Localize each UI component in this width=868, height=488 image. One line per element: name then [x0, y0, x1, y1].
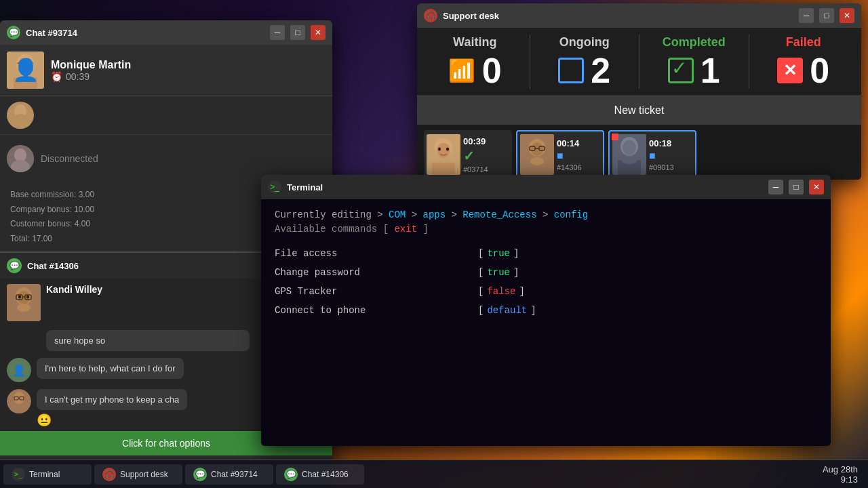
- terminal-path-line: Currently editing > COM > apps > Remote_…: [275, 209, 817, 220]
- stat-waiting-label: Waiting: [453, 35, 496, 49]
- taskbar-chat-14306-icon: 💬: [284, 468, 298, 481]
- chat-93714-maximize-button[interactable]: □: [290, 25, 305, 40]
- completed-icon: [668, 58, 694, 83]
- stat-divider-2: [639, 35, 639, 89]
- ticket-03714-time: 00:39: [463, 136, 488, 146]
- stat-completed-inner: 1: [668, 53, 720, 88]
- support-stats-row: Waiting 📶 0 Ongoing 2 Completed: [417, 28, 861, 96]
- msg-phone-container: I can't get my phone to keep a cha 😐: [37, 389, 187, 428]
- msg-sure: sure hope so: [46, 330, 250, 351]
- terminal-config-seg: config: [554, 209, 588, 220]
- tickets-section: 00:39 ✓ #03714: [417, 125, 861, 180]
- terminal-close-button[interactable]: ✕: [809, 180, 824, 195]
- terminal-key-connect-phone: Connect to phone: [275, 305, 478, 316]
- ticket-14306-status: ■: [557, 150, 582, 162]
- stat-ongoing-label: Ongoing: [559, 35, 610, 49]
- msg-emoji: 😐: [37, 413, 187, 428]
- ticket-03714[interactable]: 00:39 ✓ #03714: [424, 130, 512, 179]
- stat-waiting-inner: 📶 0: [448, 53, 502, 88]
- taskbar-chat-14306[interactable]: 💬 Chat #14306: [276, 464, 364, 485]
- stat-waiting-count: 0: [482, 53, 502, 88]
- support-minimize-button[interactable]: ─: [799, 8, 814, 23]
- ticket-14306-avatar: [520, 134, 554, 175]
- taskbar-support-label: Support desk: [120, 470, 168, 479]
- terminal-com-seg: COM: [389, 209, 406, 220]
- terminal-row-connect-phone: Connect to phone [ default ]: [275, 305, 817, 316]
- taskbar-chat-14306-label: Chat #14306: [302, 470, 349, 479]
- taskbar-terminal[interactable]: >_ Terminal: [3, 464, 92, 485]
- support-desk-window: 🎧 Support desk ─ □ ✕ Waiting 📶 0 Ongoing: [417, 3, 861, 180]
- kandi-info: Kandi Willey: [46, 284, 102, 295]
- stat-waiting: Waiting 📶 0: [427, 35, 523, 88]
- ticket-03714-id: #03714: [463, 165, 488, 174]
- svg-rect-25: [9, 406, 28, 413]
- terminal-key-file-access: File access: [275, 248, 478, 259]
- stat-failed-count: 0: [810, 53, 829, 88]
- support-desk-content: Waiting 📶 0 Ongoing 2 Completed: [417, 28, 861, 180]
- ticket-03714-info: 00:39 ✓ #03714: [463, 136, 488, 174]
- kandi-avatar-msg: [7, 389, 31, 413]
- monique-name: Monique Martin: [51, 59, 326, 71]
- taskbar-chat-93714[interactable]: 💬 Chat #93714: [185, 464, 273, 485]
- stat-failed-inner: ✕ 0: [777, 53, 829, 88]
- terminal-icon: >_: [268, 180, 281, 194]
- svg-point-19: [26, 296, 29, 299]
- stat-failed: Failed ✕ 0: [756, 35, 852, 88]
- stat-ongoing-count: 2: [591, 53, 610, 88]
- terminal-title: Terminal: [287, 182, 763, 192]
- terminal-window: >_ Terminal ─ □ ✕ Currently editing > CO…: [261, 175, 831, 446]
- taskbar-chat-93714-icon: 💬: [193, 468, 207, 481]
- terminal-row-file-access: File access [ true ]: [275, 248, 817, 259]
- ticket-09013-avatar: [612, 134, 646, 175]
- chat-14306-icon: 💬: [7, 258, 22, 273]
- terminal-arrow-2: >: [412, 209, 423, 220]
- support-close-button[interactable]: ✕: [840, 8, 854, 23]
- terminal-titlebar: >_ Terminal ─ □ ✕: [261, 175, 831, 199]
- ticket-14306[interactable]: 00:14 ■ #14306: [516, 130, 604, 179]
- kandi-avatar-large: [7, 284, 41, 321]
- terminal-content: Currently editing > COM > apps > Remote_…: [261, 199, 831, 446]
- kandi-name: Kandi Willey: [46, 284, 102, 295]
- ticket-09013-info: 00:18 ■ #09013: [649, 138, 674, 171]
- chat-93714-minimize-button[interactable]: ─: [270, 25, 285, 40]
- taskbar-support-desk[interactable]: 🎧 Support desk: [94, 464, 182, 485]
- stat-ongoing: Ongoing 2: [537, 35, 633, 88]
- chat-93714-timer: ⏰ 00:39: [51, 71, 326, 82]
- terminal-arrow-3: >: [452, 209, 463, 220]
- terminal-editing-label: Currently editing: [275, 209, 372, 220]
- support-maximize-button[interactable]: □: [819, 8, 834, 23]
- stat-completed-label: Completed: [663, 35, 726, 49]
- chat-93714-titlebar: 💬 Chat #93714 ─ □ ✕: [0, 20, 332, 45]
- chat-icon: 💬: [7, 26, 20, 39]
- terminal-minimize-button[interactable]: ─: [768, 180, 783, 195]
- terminal-remote-seg: Remote_Access: [462, 209, 536, 220]
- wifi-icon: 📶: [448, 58, 475, 83]
- terminal-row-gps: GPS Tracker [ false ]: [275, 286, 817, 297]
- svg-point-1: [16, 54, 34, 73]
- monique-avatar-small: [7, 102, 34, 129]
- agent-avatar: 👤: [7, 358, 31, 382]
- support-desk-title: Support desk: [443, 11, 793, 21]
- terminal-key-change-pwd: Change password: [275, 267, 478, 278]
- svg-point-47: [621, 156, 637, 164]
- terminal-arrow-1: >: [377, 209, 389, 220]
- svg-point-6: [20, 72, 31, 83]
- stat-completed-count: 1: [701, 53, 720, 88]
- ticket-09013[interactable]: 00:18 ■ #09013: [608, 130, 696, 179]
- chat-93714-title: Chat #93714: [26, 28, 264, 38]
- chat-93714-close-button[interactable]: ✕: [311, 25, 326, 40]
- stat-divider-1: [530, 35, 530, 89]
- taskbar-terminal-icon: >_: [12, 468, 25, 481]
- terminal-available-line: Available commands [ exit ]: [275, 224, 817, 235]
- terminal-apps-seg: apps: [422, 209, 446, 220]
- support-desk-titlebar: 🎧 Support desk ─ □ ✕: [417, 3, 861, 28]
- stat-failed-label: Failed: [786, 35, 821, 49]
- terminal-maximize-button[interactable]: □: [789, 180, 804, 195]
- new-ticket-button[interactable]: New ticket: [417, 96, 861, 125]
- ticket-14306-info: 00:14 ■ #14306: [557, 138, 582, 171]
- msg-phone: I can't get my phone to keep a cha: [37, 389, 187, 410]
- taskbar: >_ Terminal 🎧 Support desk 💬 Chat #93714…: [0, 460, 868, 488]
- terminal-exit-cmd[interactable]: exit: [394, 224, 417, 235]
- stat-divider-3: [749, 35, 749, 89]
- svg-point-2: [18, 59, 32, 74]
